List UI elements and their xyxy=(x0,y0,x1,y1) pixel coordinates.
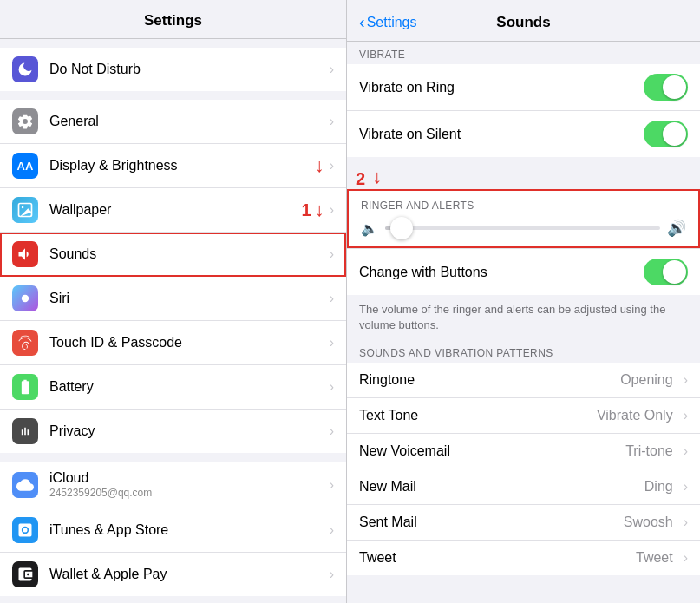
aa-text: AA xyxy=(17,160,34,173)
cloud-svg xyxy=(16,476,34,494)
sidebar-item-touchid[interactable]: Touch ID & Passcode › xyxy=(0,321,346,365)
wallpaper-icon xyxy=(12,197,38,223)
general-label: General xyxy=(49,114,324,129)
sidebar-item-siri[interactable]: Siri › xyxy=(0,277,346,321)
right-title: Sounds xyxy=(496,14,550,31)
settings-left-panel: Settings Do Not Disturb › General › xyxy=(0,0,347,603)
back-button[interactable]: ‹ Settings xyxy=(359,12,416,32)
vibrate-silent-toggle[interactable] xyxy=(644,121,688,147)
sidebar-item-do-not-disturb[interactable]: Do Not Disturb › xyxy=(0,48,346,91)
slider-thumb[interactable] xyxy=(390,217,413,239)
chevron-icon: › xyxy=(330,567,334,582)
sounds-icon xyxy=(12,241,38,267)
volume-slider-track[interactable] xyxy=(385,226,660,230)
sidebar-item-display[interactable]: AA Display & Brightness ↓ › xyxy=(0,144,346,188)
settings-list: Do Not Disturb › General › AA Display & … xyxy=(0,39,346,603)
chevron-icon: › xyxy=(684,443,688,459)
battery-svg xyxy=(16,378,34,396)
ringtone-item[interactable]: Ringtone Opening › xyxy=(347,363,700,398)
itunes-label: iTunes & App Store xyxy=(49,522,324,538)
chevron-icon: › xyxy=(684,372,688,388)
siri-label: Siri xyxy=(49,291,324,306)
back-chevron-icon: ‹ xyxy=(359,12,365,32)
siri-icon xyxy=(12,285,38,311)
gear-svg xyxy=(16,113,34,130)
sidebar-item-itunes[interactable]: iTunes & App Store › xyxy=(0,508,346,553)
sidebar-item-wallet[interactable]: Wallet & Apple Pay › xyxy=(0,553,346,596)
speaker-svg xyxy=(16,246,34,263)
display-icon: AA xyxy=(12,153,38,179)
icloud-icon xyxy=(12,472,38,498)
chevron-icon: › xyxy=(330,246,334,262)
ringer-alerts-section: RINGER AND ALERTS 🔈 🔊 xyxy=(347,189,700,248)
speaker-high-icon: 🔊 xyxy=(667,219,686,238)
new-mail-value: Ding xyxy=(644,479,673,495)
wallpaper-svg xyxy=(16,201,34,219)
touchid-label: Touch ID & Passcode xyxy=(49,335,324,351)
volume-slider-row: 🔈 🔊 xyxy=(361,219,686,238)
change-buttons-toggle[interactable] xyxy=(644,259,688,285)
settings-group-2: General › AA Display & Brightness ↓ › Wa… xyxy=(0,100,346,453)
sidebar-item-battery[interactable]: Battery › xyxy=(0,365,346,410)
step2-badge: 2 xyxy=(347,162,365,189)
icloud-label: iCloud xyxy=(49,470,324,486)
sidebar-item-icloud[interactable]: iCloud 2452359205@qq.com › xyxy=(0,462,346,508)
vibrate-group: Vibrate on Ring Vibrate on Silent xyxy=(347,64,700,157)
chevron-icon: › xyxy=(684,550,688,566)
speaker-low-icon: 🔈 xyxy=(361,220,378,237)
sent-mail-value: Swoosh xyxy=(624,515,673,530)
chevron-icon: › xyxy=(330,202,334,218)
new-mail-item[interactable]: New Mail Ding › xyxy=(347,469,700,505)
wallet-label: Wallet & Apple Pay xyxy=(49,567,324,582)
chevron-icon: › xyxy=(684,479,688,495)
ringtone-value: Opening xyxy=(620,372,673,388)
change-buttons-group: Change with Buttons xyxy=(347,248,700,295)
change-buttons-label: Change with Buttons xyxy=(359,265,644,280)
chevron-icon: › xyxy=(330,62,334,77)
hand-svg xyxy=(16,423,34,440)
new-mail-label: New Mail xyxy=(359,479,644,495)
wallet-svg xyxy=(16,566,34,583)
step1-badge: 1 xyxy=(302,200,311,220)
left-title: Settings xyxy=(144,12,202,29)
tweet-item[interactable]: Tweet Tweet › xyxy=(347,541,700,575)
ringer-section-header: RINGER AND ALERTS xyxy=(361,200,686,212)
do-not-disturb-label: Do Not Disturb xyxy=(49,62,324,77)
ringtone-label: Ringtone xyxy=(359,372,620,388)
do-not-disturb-icon xyxy=(12,56,38,82)
new-voicemail-item[interactable]: New Voicemail Tri-tone › xyxy=(347,434,700,469)
sounds-label: Sounds xyxy=(49,246,324,262)
chevron-icon: › xyxy=(330,477,334,493)
ringer-note: The volume of the ringer and alerts can … xyxy=(347,295,700,340)
arrow-down-icon: ↓ xyxy=(315,154,324,177)
vibrate-ring-label: Vibrate on Ring xyxy=(359,80,644,95)
battery-label: Battery xyxy=(49,379,324,395)
sent-mail-label: Sent Mail xyxy=(359,515,624,530)
sidebar-item-sounds[interactable]: Sounds › xyxy=(0,233,346,277)
sidebar-item-general[interactable]: General › xyxy=(0,100,346,144)
vibrate-silent-item[interactable]: Vibrate on Silent xyxy=(347,111,700,157)
chevron-icon: › xyxy=(330,522,334,538)
sounds-patterns-group: Ringtone Opening › Text Tone Vibrate Onl… xyxy=(347,363,700,575)
text-tone-item[interactable]: Text Tone Vibrate Only › xyxy=(347,398,700,434)
sent-mail-item[interactable]: Sent Mail Swoosh › xyxy=(347,505,700,541)
change-buttons-item[interactable]: Change with Buttons xyxy=(347,249,700,295)
wallpaper-label: Wallpaper xyxy=(49,202,295,218)
appstore-svg xyxy=(16,521,34,539)
sidebar-item-wallpaper[interactable]: Wallpaper 1 ↓ › xyxy=(0,188,346,233)
vibrate-ring-item[interactable]: Vibrate on Ring xyxy=(347,64,700,111)
arrow1-icon: ↓ xyxy=(315,199,324,221)
itunes-icon xyxy=(12,517,38,543)
back-label: Settings xyxy=(367,15,417,30)
vibrate-section-header: VIBRATE xyxy=(347,42,700,64)
vibrate-ring-toggle[interactable] xyxy=(644,74,688,101)
left-header: Settings xyxy=(0,0,346,39)
touchid-icon xyxy=(12,330,38,356)
svg-point-2 xyxy=(22,295,29,302)
tweet-label: Tweet xyxy=(359,550,636,566)
finger-svg xyxy=(16,334,34,351)
sidebar-item-privacy[interactable]: Privacy › xyxy=(0,410,346,453)
new-voicemail-label: New Voicemail xyxy=(359,443,625,459)
sounds-right-panel: ‹ Settings Sounds VIBRATE Vibrate on Rin… xyxy=(347,0,700,603)
wallet-icon xyxy=(12,561,38,587)
